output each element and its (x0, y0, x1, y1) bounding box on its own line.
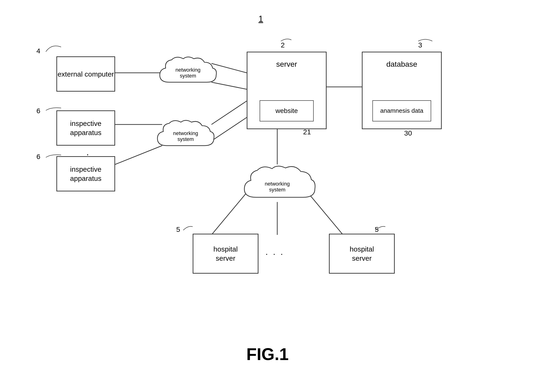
ref-5-right: 5 (375, 225, 379, 233)
external-computer-box: external computer (56, 56, 115, 92)
svg-text:system: system (269, 187, 286, 193)
anamnesis-data-box: anamnesis data (372, 100, 431, 121)
diagram-ref-1: 1 (258, 14, 263, 24)
website-label: website (276, 107, 298, 115)
external-computer-label: external computer (58, 70, 114, 79)
ref-4: 4 (36, 47, 40, 55)
hospital-server-1-box: hospitalserver (193, 234, 258, 274)
networking-system-bot-cloud: networking system (237, 160, 317, 208)
hospital-server-2-box: hospitalserver (329, 234, 395, 274)
inspective-apparatus-1-label: inspectiveapparatus (70, 119, 101, 137)
figure-label: FIG.1 (246, 345, 289, 364)
hospital-server-2-label: hospitalserver (350, 244, 374, 263)
inspective-apparatus-1-box: inspectiveapparatus (56, 110, 115, 146)
svg-text:networking: networking (173, 130, 198, 136)
inspective-apparatus-2-box: inspectiveapparatus (56, 156, 115, 191)
ref-3: 3 (418, 41, 422, 49)
server-label: server (276, 59, 297, 69)
database-box: database anamnesis data (362, 52, 442, 129)
ref-21: 21 (303, 128, 311, 136)
dots-hospital: · · · (266, 249, 284, 259)
ref-2: 2 (281, 41, 285, 49)
anamnesis-data-label: anamnesis data (380, 107, 423, 115)
networking-system-mid-cloud: networking system (153, 108, 219, 156)
hospital-server-1-label: hospitalserver (213, 244, 238, 263)
svg-text:networking: networking (175, 67, 200, 73)
ref-30: 30 (404, 129, 412, 137)
networking-system-top-cloud: networking system (155, 54, 221, 93)
svg-text:networking: networking (265, 181, 290, 187)
diagram: 1 4 external computer networking system … (0, 0, 535, 392)
ref-6-top: 6 (36, 107, 40, 115)
svg-text:system: system (180, 73, 196, 79)
database-label: database (386, 59, 417, 69)
ref-5-left: 5 (176, 225, 180, 233)
website-box: website (260, 100, 314, 121)
server-box: server website (247, 52, 327, 129)
svg-text:system: system (177, 136, 194, 142)
ref-6-bot: 6 (36, 153, 40, 161)
inspective-apparatus-2-label: inspectiveapparatus (70, 165, 101, 183)
